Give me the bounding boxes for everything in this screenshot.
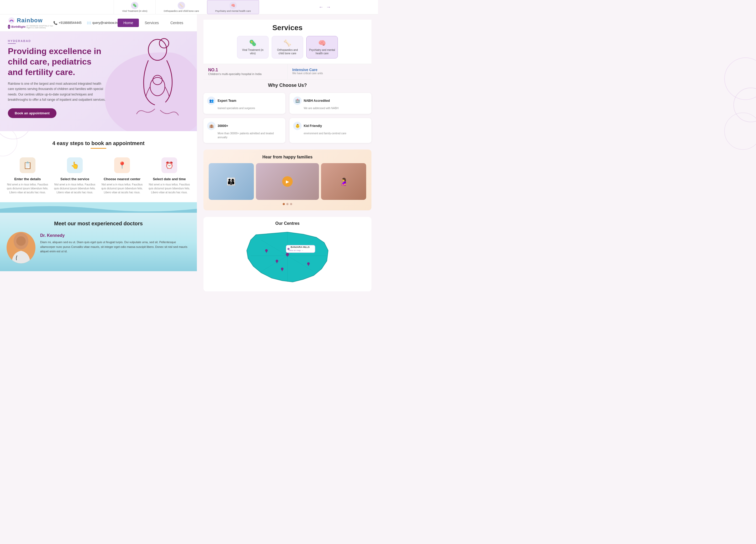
doctor-info: Dr. Kennedy Diam mi, aliquam sed eu ut. … bbox=[40, 232, 190, 254]
svg-text:View on map →: View on map → bbox=[288, 249, 303, 252]
navbar: Rainbow B BirthRight BY RAINBOW HOSPITAL… bbox=[0, 14, 197, 31]
svg-point-13 bbox=[16, 236, 26, 246]
step-4-name: Select date and time bbox=[148, 177, 190, 181]
intensive-block: Intensive Care We have critical care uni… bbox=[288, 64, 372, 80]
services-title: Services bbox=[209, 24, 366, 32]
rainbow-icon bbox=[8, 17, 15, 24]
book-appointment-button[interactable]: Book an appointment bbox=[8, 108, 56, 118]
hero-section: HYDERABAD Providing excellence in child … bbox=[0, 31, 197, 131]
testimonials-title: Hear from happy families bbox=[209, 155, 366, 160]
steps-underline bbox=[91, 148, 106, 149]
birthright-logo: B BirthRight BY RAINBOW HOSPITALS Your R… bbox=[8, 25, 53, 29]
logo-text: Rainbow bbox=[17, 17, 43, 24]
play-button[interactable]: ▶ bbox=[282, 176, 293, 187]
map-container: BANJARA HILLS View on map → bbox=[208, 230, 367, 287]
nabh-title: NABH Accredited bbox=[304, 99, 330, 103]
hero-city: HYDERABAD bbox=[8, 39, 189, 44]
doctor-avatar bbox=[7, 232, 35, 264]
viral-service-name: Viral Treatment (in vitro) bbox=[239, 48, 266, 55]
why-title: Why Choose Us? bbox=[203, 83, 371, 88]
step-3-name: Choose nearest center bbox=[101, 177, 143, 181]
testimonial-photo-center[interactable]: 👩‍🍼 ▶ bbox=[256, 163, 319, 200]
kid-title: Kid Friendly bbox=[304, 124, 322, 128]
nav-home[interactable]: Home bbox=[118, 19, 139, 27]
step-3-icon-wrap: 📍 bbox=[113, 156, 131, 175]
carousel-next[interactable]: → bbox=[326, 4, 331, 10]
doctors-title: Meet our most experienced doctors bbox=[7, 221, 190, 227]
nav-centres[interactable]: Centres bbox=[165, 19, 189, 27]
phone-contact[interactable]: 📞 +918888544445 bbox=[53, 21, 82, 25]
step-4-icon-bg: ⏰ bbox=[161, 157, 177, 173]
email-contact[interactable]: ✉️ query@rainbow.in bbox=[87, 21, 118, 25]
psych-label: Psychiatry and mental health care bbox=[215, 10, 251, 13]
step-4-icon-wrap: ⏰ bbox=[160, 156, 179, 175]
step-3-desc: Nisl amet a in risus tellus. Faucibus qu… bbox=[101, 183, 143, 194]
why-expert-header: 👥 Expert Team bbox=[207, 97, 282, 105]
30k-title: 30000+ bbox=[218, 124, 228, 128]
intensive-title: Intensive Care bbox=[292, 68, 367, 72]
hero-desc: Rainbow is one of the largest and most a… bbox=[8, 81, 108, 103]
service-card-psych[interactable]: 🧠 Psychiatry and mental health care bbox=[306, 36, 338, 59]
step-1-desc: Nisl amet a in risus tellus. Faucibus qu… bbox=[7, 183, 49, 194]
carousel-item-viral[interactable]: 🦠 Viral Treatment (in vitro) bbox=[114, 0, 156, 14]
step-1-icon-bg: 📋 bbox=[20, 157, 35, 173]
intensive-desc: We have critical care units bbox=[292, 72, 367, 75]
email-address: query@rainbow.in bbox=[92, 21, 118, 25]
ortho-service-name: Orthopaedics and child bone care bbox=[274, 48, 301, 55]
nav-services[interactable]: Services bbox=[139, 19, 165, 27]
step-1-icon-wrap: 📋 bbox=[18, 156, 37, 175]
family-photo-placeholder: 👨‍👩‍👦 bbox=[209, 163, 254, 200]
contact-area: 📞 +918888544445 ✉️ query@rainbow.in bbox=[53, 21, 118, 25]
carousel-item-psych[interactable]: 🧠 Psychiatry and mental health care bbox=[207, 0, 259, 14]
why-kid-header: 👶 Kid Friendly bbox=[293, 122, 368, 130]
steps-grid: 📋 Enter the details Nisl amet a in risus… bbox=[5, 156, 192, 194]
kid-desc: environment and family-centred care bbox=[293, 131, 368, 135]
step-1-name: Enter the details bbox=[7, 177, 49, 181]
step-1-icon: 📋 bbox=[23, 161, 32, 170]
expert-desc: trained specialists and surgeons bbox=[207, 106, 282, 110]
service-carousel: 🦠 Viral Treatment (in vitro) 🦴 Orthopaed… bbox=[0, 0, 378, 14]
step-2-desc: Nisl amet a in risus tellus. Faucibus qu… bbox=[54, 183, 96, 194]
service-card-ortho[interactable]: 🦴 Orthopaedics and child bone care bbox=[272, 36, 303, 59]
why-card-expert: 👥 Expert Team trained specialists and su… bbox=[203, 93, 285, 114]
no1-badge: NO.1 bbox=[208, 68, 283, 72]
email-icon: ✉️ bbox=[87, 21, 91, 25]
dot-3[interactable] bbox=[290, 203, 292, 205]
testimonials-section: Hear from happy families 👨‍👩‍👦 👩‍🍼 ▶ 🤰 bbox=[203, 150, 371, 210]
step-3: 📍 Choose nearest center Nisl amet a in r… bbox=[101, 156, 143, 194]
doctor-bio: Diam mi, aliquam sed eu ut. Diam quis eg… bbox=[40, 240, 190, 254]
step-4-desc: Nisl amet a in risus tellus. Faucibus qu… bbox=[148, 183, 190, 194]
left-panel: Rainbow B BirthRight BY RAINBOW HOSPITAL… bbox=[0, 14, 197, 297]
hero-title: Providing excellence in child care, pedi… bbox=[8, 46, 108, 77]
viral-icon: 🦠 bbox=[131, 2, 138, 9]
step-4: ⏰ Select date and time Nisl amet a in ri… bbox=[148, 156, 190, 194]
step-4-icon: ⏰ bbox=[165, 161, 174, 170]
nabh-desc: We are addressed with NABH bbox=[293, 106, 368, 110]
doctor-name: Dr. Kennedy bbox=[40, 233, 190, 238]
centres-title: Our Centres bbox=[208, 221, 367, 226]
step-1: 📋 Enter the details Nisl amet a in risus… bbox=[7, 156, 49, 194]
map-svg: BANJARA HILLS View on map → bbox=[208, 230, 367, 287]
dot-2[interactable] bbox=[286, 203, 288, 205]
steps-section: 4 easy steps to book an appointment 📋 En… bbox=[0, 131, 197, 202]
service-card-viral[interactable]: 🦠 Viral Treatment (in vitro) bbox=[237, 36, 269, 59]
why-grid: 👥 Expert Team trained specialists and su… bbox=[203, 93, 371, 143]
dot-1[interactable] bbox=[283, 203, 285, 205]
nabh-icon: 🏥 bbox=[293, 97, 302, 105]
carousel-prev[interactable]: ← bbox=[319, 4, 323, 10]
carousel-item-ortho[interactable]: 🦴 Orthopaedics and child bone care bbox=[156, 0, 207, 14]
testimonial-photo-pregnant: 🤰 bbox=[321, 163, 366, 200]
testimonial-dots bbox=[209, 203, 366, 205]
doctor-card: Dr. Kennedy Diam mi, aliquam sed eu ut. … bbox=[7, 232, 190, 264]
birthright-sub: BY RAINBOW HOSPITALS Your Right to a Saf… bbox=[27, 25, 53, 29]
ortho-icon: 🦴 bbox=[178, 2, 185, 9]
phone-icon: 📞 bbox=[53, 21, 57, 25]
svg-text:BANJARA HILLS: BANJARA HILLS bbox=[291, 246, 309, 249]
expert-icon: 👥 bbox=[207, 97, 216, 105]
30k-desc: More than 30000+ patients admitted and t… bbox=[207, 131, 282, 139]
ortho-label: Orthopaedics and child bone care bbox=[164, 10, 199, 13]
services-cards: 🦠 Viral Treatment (in vitro) 🦴 Orthopaed… bbox=[209, 36, 366, 59]
logo-area: Rainbow B BirthRight BY RAINBOW HOSPITAL… bbox=[8, 17, 53, 29]
why-card-30k: 🏨 30000+ More than 30000+ patients admit… bbox=[203, 118, 285, 143]
rainbow-logo: Rainbow bbox=[8, 17, 43, 24]
